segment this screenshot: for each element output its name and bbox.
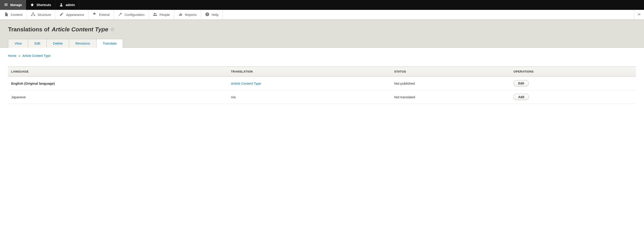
th-language: LANGUAGE bbox=[8, 67, 228, 77]
cell-translation: n/a bbox=[228, 90, 391, 104]
menu-people-label: People bbox=[160, 13, 170, 17]
wrench-icon bbox=[118, 12, 122, 17]
svg-rect-1 bbox=[4, 4, 8, 5]
reports-icon bbox=[178, 12, 183, 17]
content-icon bbox=[4, 12, 8, 17]
svg-rect-6 bbox=[34, 15, 35, 16]
cell-language: Japanese bbox=[8, 90, 228, 104]
cell-operations: Add bbox=[510, 90, 636, 104]
menu-appearance-label: Appearance bbox=[66, 13, 84, 17]
help-icon: ? bbox=[205, 12, 210, 17]
breadcrumb: Home » Article Content Type bbox=[8, 54, 636, 58]
menu-configuration[interactable]: Configuration bbox=[114, 10, 149, 20]
menu-structure[interactable]: Structure bbox=[27, 10, 56, 20]
svg-point-3 bbox=[60, 3, 62, 5]
menu-reports-label: Reports bbox=[185, 13, 197, 17]
tab-revisions[interactable]: Revisions bbox=[69, 39, 96, 48]
svg-rect-2 bbox=[4, 5, 8, 6]
svg-rect-9 bbox=[179, 14, 180, 16]
svg-rect-10 bbox=[180, 13, 181, 16]
breadcrumb-current[interactable]: Article Content Type bbox=[22, 54, 50, 58]
svg-rect-11 bbox=[181, 14, 182, 16]
breadcrumb-sep: » bbox=[18, 54, 20, 58]
cell-operations: Edit bbox=[510, 77, 636, 90]
toolbar-manage-label: Manage bbox=[10, 3, 22, 7]
add-button[interactable]: Add bbox=[514, 94, 529, 100]
translations-table: LANGUAGE TRANSLATION STATUS OPERATIONS E… bbox=[8, 67, 636, 104]
tabs: View Edit Delete Revisions Translate bbox=[8, 39, 636, 48]
menu-reports[interactable]: Reports bbox=[174, 10, 201, 20]
cell-language: English (Original language) bbox=[8, 77, 228, 90]
toolbar-user[interactable]: admin bbox=[55, 0, 79, 10]
menu-extend[interactable]: Extend bbox=[88, 10, 114, 20]
page-title-prefix: Translations of bbox=[8, 26, 50, 33]
svg-text:?: ? bbox=[206, 13, 208, 16]
menu-configuration-label: Configuration bbox=[124, 13, 144, 17]
cell-status: Not published bbox=[391, 77, 510, 90]
table-row: English (Original language) Article Cont… bbox=[8, 77, 636, 90]
extend-icon bbox=[92, 12, 97, 17]
user-icon bbox=[59, 3, 63, 8]
tab-view[interactable]: View bbox=[8, 39, 28, 48]
menu-help-label: Help bbox=[212, 13, 219, 17]
th-status: STATUS bbox=[391, 67, 510, 77]
structure-icon bbox=[31, 12, 35, 17]
menu-appearance[interactable]: Appearance bbox=[55, 10, 88, 20]
breadcrumb-home[interactable]: Home bbox=[8, 54, 16, 58]
toolbar-manage[interactable]: Manage bbox=[0, 0, 26, 10]
th-translation: TRANSLATION bbox=[228, 67, 391, 77]
menu-content-label: Content bbox=[11, 13, 22, 17]
menu-help[interactable]: ? Help bbox=[201, 10, 223, 20]
translation-link[interactable]: Article Content Type bbox=[231, 82, 261, 85]
admin-menu: Content Structure Appearance Extend Conf… bbox=[0, 10, 644, 20]
hamburger-icon bbox=[4, 3, 8, 8]
th-operations: OPERATIONS bbox=[510, 67, 636, 77]
toolbar-shortcuts[interactable]: Shortcuts bbox=[26, 0, 55, 10]
cell-status: Not translated bbox=[391, 90, 510, 104]
tab-translate[interactable]: Translate bbox=[96, 39, 123, 48]
tab-delete[interactable]: Delete bbox=[46, 39, 69, 48]
svg-point-7 bbox=[154, 13, 155, 14]
collapse-icon bbox=[637, 12, 641, 17]
collapse-button[interactable] bbox=[634, 10, 644, 20]
edit-button[interactable]: Edit bbox=[514, 80, 528, 86]
svg-rect-5 bbox=[31, 15, 32, 16]
content-area: Home » Article Content Type LANGUAGE TRA… bbox=[0, 48, 644, 113]
svg-rect-0 bbox=[4, 3, 8, 4]
toolbar-shortcuts-label: Shortcuts bbox=[36, 3, 51, 7]
menu-extend-label: Extend bbox=[99, 13, 110, 17]
table-header-row: LANGUAGE TRANSLATION STATUS OPERATIONS bbox=[8, 67, 636, 77]
menu-people[interactable]: People bbox=[149, 10, 174, 20]
svg-rect-4 bbox=[32, 13, 34, 14]
favorite-star-icon[interactable] bbox=[110, 26, 114, 33]
star-icon bbox=[30, 3, 34, 8]
svg-rect-14 bbox=[638, 13, 638, 16]
cell-translation: Article Content Type bbox=[228, 77, 391, 90]
people-icon bbox=[153, 12, 157, 17]
tab-edit[interactable]: Edit bbox=[28, 39, 47, 48]
table-row: Japanese n/a Not translated Add bbox=[8, 90, 636, 104]
toolbar-user-label: admin bbox=[66, 3, 75, 7]
menu-structure-label: Structure bbox=[38, 13, 51, 17]
menu-content[interactable]: Content bbox=[0, 10, 27, 20]
page-header: Translations of Article Content Type Vie… bbox=[0, 20, 644, 48]
page-title-entity: Article Content Type bbox=[52, 26, 108, 33]
svg-point-8 bbox=[155, 13, 156, 14]
appearance-icon bbox=[59, 12, 64, 17]
toolbar-top: Manage Shortcuts admin bbox=[0, 0, 644, 10]
page-title: Translations of Article Content Type bbox=[8, 26, 636, 33]
